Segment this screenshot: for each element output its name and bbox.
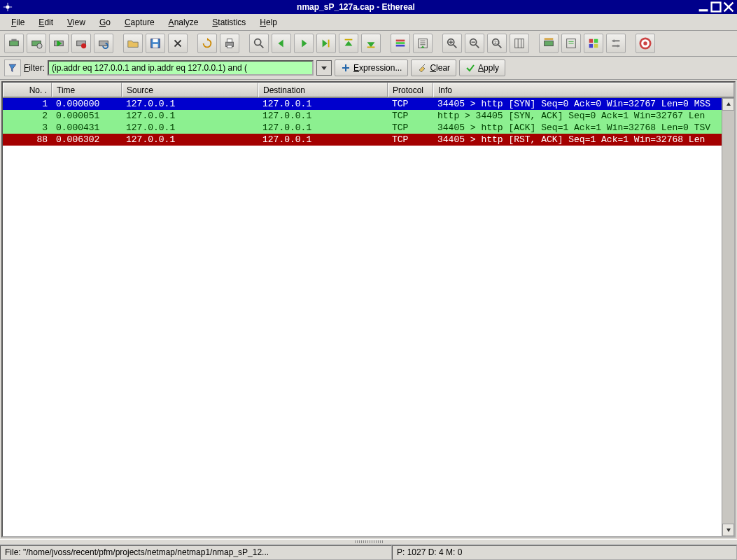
packet-cell: 3 — [3, 122, 52, 134]
toolbar: 1:1 — [0, 31, 737, 57]
svg-rect-3 — [10, 41, 19, 46]
svg-point-47 — [643, 41, 647, 45]
capture-filters-button[interactable] — [539, 34, 559, 53]
svg-point-45 — [617, 45, 619, 48]
menu-view[interactable]: View — [60, 15, 92, 29]
menu-analyze[interactable]: Analyze — [162, 15, 206, 29]
menu-file[interactable]: File — [4, 15, 31, 29]
expression-button[interactable]: Expression... — [335, 59, 408, 76]
packet-cell: 127.0.0.1 — [258, 122, 388, 134]
preferences-button[interactable] — [606, 34, 626, 53]
packet-list[interactable]: 10.000000127.0.0.1127.0.0.1TCP34405 > ht… — [3, 98, 734, 536]
packet-cell: 127.0.0.1 — [258, 110, 388, 122]
column-header-source[interactable]: Source — [122, 83, 258, 97]
packet-cell: 127.0.0.1 — [122, 122, 258, 134]
column-header-protocol[interactable]: Protocol — [388, 83, 433, 97]
coloring-rules-button[interactable] — [584, 34, 603, 53]
maximize-button[interactable] — [710, 1, 722, 13]
minimize-button[interactable] — [698, 1, 709, 13]
svg-marker-21 — [302, 40, 307, 48]
packet-row[interactable]: 30.000431127.0.0.1127.0.0.1TCP34405 > ht… — [3, 122, 734, 134]
scroll-up-button[interactable] — [722, 98, 734, 111]
clear-button[interactable]: Clear — [411, 59, 456, 76]
menu-capture[interactable]: Capture — [118, 15, 162, 29]
column-header-destination[interactable]: Destination — [258, 83, 388, 97]
scroll-track[interactable] — [722, 111, 734, 524]
packet-cell: 0.000431 — [52, 122, 122, 134]
scroll-down-button[interactable] — [722, 524, 734, 536]
filter-dropdown-button[interactable] — [316, 60, 332, 76]
menu-go[interactable]: Go — [92, 15, 118, 29]
svg-rect-42 — [589, 44, 593, 48]
interfaces-button[interactable] — [4, 34, 24, 53]
window-titlebar: nmap_sP_127a.cap - Ethereal — [0, 0, 737, 14]
packet-cell: 127.0.0.1 — [122, 134, 258, 146]
colorize-button[interactable] — [391, 34, 410, 53]
help-button[interactable] — [636, 34, 655, 53]
capture-restart-button[interactable] — [94, 34, 113, 53]
close-button[interactable] — [723, 1, 734, 13]
column-header-time[interactable]: Time — [52, 83, 122, 97]
zoom-in-button[interactable] — [442, 34, 462, 53]
resize-columns-button[interactable] — [510, 34, 529, 53]
svg-marker-51 — [727, 528, 731, 532]
svg-rect-27 — [367, 47, 375, 48]
column-header-info[interactable]: Info — [433, 83, 734, 97]
menu-statistics[interactable]: Statistics — [205, 15, 253, 29]
packet-row[interactable]: 880.006302127.0.0.1127.0.0.1TCP34405 > h… — [3, 134, 734, 146]
packet-cell: 0.000051 — [52, 110, 122, 122]
packet-row[interactable]: 10.000000127.0.0.1127.0.0.1TCP34405 > ht… — [3, 98, 734, 110]
autoscroll-button[interactable] — [413, 34, 433, 53]
packet-cell: TCP — [388, 98, 433, 110]
filter-bookmark-button[interactable] — [4, 59, 21, 76]
menu-edit[interactable]: Edit — [31, 15, 60, 29]
svg-point-0 — [6, 5, 9, 8]
open-button[interactable] — [123, 34, 143, 53]
save-button[interactable] — [146, 34, 165, 53]
zoom-out-button[interactable] — [465, 34, 484, 53]
svg-marker-20 — [279, 40, 283, 48]
menu-help[interactable]: Help — [253, 15, 284, 29]
go-forward-button[interactable] — [294, 34, 314, 53]
svg-rect-13 — [153, 39, 157, 43]
find-button[interactable] — [249, 34, 269, 53]
pane-splitter[interactable] — [0, 539, 737, 545]
goto-packet-button[interactable] — [316, 34, 336, 53]
packet-row[interactable]: 20.000051127.0.0.1127.0.0.1TCPhttp > 344… — [3, 110, 734, 122]
filter-input[interactable] — [48, 60, 314, 76]
goto-first-button[interactable] — [339, 34, 358, 53]
vertical-scrollbar[interactable] — [722, 98, 734, 536]
svg-rect-17 — [227, 39, 232, 43]
display-filters-button[interactable] — [561, 34, 581, 53]
zoom-reset-button[interactable]: 1:1 — [487, 34, 507, 53]
column-header-no[interactable]: No. . — [3, 83, 52, 97]
apply-button[interactable]: Apply — [459, 59, 505, 76]
print-button[interactable] — [220, 34, 239, 53]
packet-cell: 34405 > http [ACK] Seq=1 Ack=1 Win=32768… — [433, 122, 734, 134]
capture-stop-button[interactable] — [71, 34, 91, 53]
reload-button[interactable] — [197, 34, 217, 53]
pin-icon[interactable] — [3, 2, 13, 12]
svg-rect-40 — [589, 39, 593, 43]
filter-label[interactable]: Filter: — [24, 63, 45, 73]
svg-marker-50 — [727, 102, 731, 106]
status-counts: P: 1027 D: 4 M: 0 — [392, 545, 737, 560]
filter-toolbar: Filter: Expression... Clear Apply — [0, 57, 737, 80]
packet-list-pane: No. . Time Source Destination Protocol I… — [1, 81, 736, 538]
svg-point-6 — [37, 43, 42, 48]
svg-marker-32 — [421, 46, 424, 48]
svg-marker-15 — [207, 38, 210, 41]
capture-options-button[interactable] — [27, 34, 46, 53]
svg-rect-28 — [396, 40, 405, 42]
goto-last-button[interactable] — [361, 34, 381, 53]
svg-rect-2 — [712, 3, 721, 12]
svg-point-44 — [613, 40, 616, 43]
close-file-button[interactable] — [168, 34, 188, 53]
svg-rect-41 — [594, 39, 598, 43]
packet-cell: 0.000000 — [52, 98, 122, 110]
packet-cell: 34405 > http [SYN] Seq=0 Ack=0 Win=32767… — [433, 98, 734, 110]
svg-rect-29 — [396, 42, 405, 44]
capture-start-button[interactable] — [49, 34, 69, 53]
svg-marker-48 — [9, 64, 16, 72]
go-back-button[interactable] — [272, 34, 291, 53]
